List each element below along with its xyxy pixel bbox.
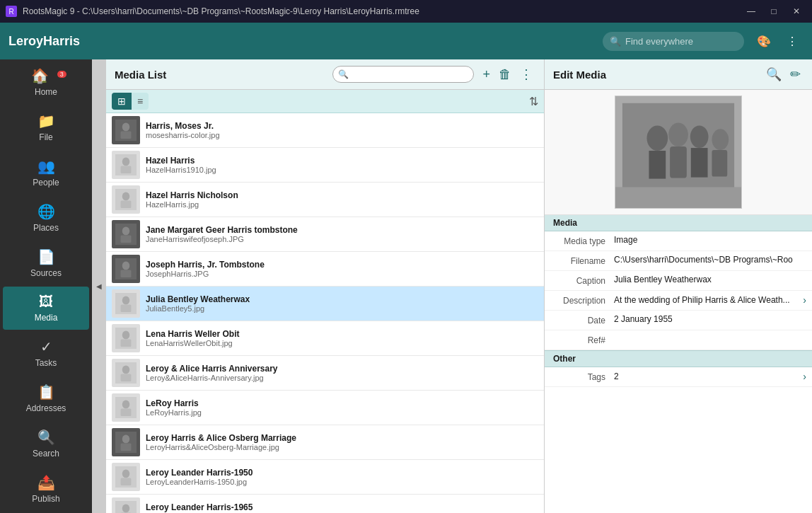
date-row: Date 2 January 1955 — [545, 311, 812, 330]
sort-button[interactable]: ⇅ — [529, 95, 538, 108]
caption-value: Julia Bentley Weatherwax — [614, 275, 806, 284]
media-item-file: LeroyHarris&AliceOsberg-Marriage.jpg — [146, 443, 538, 451]
media-info: Jane Margaret Geer Harris tombstoneJaneH… — [146, 225, 538, 243]
sidebar-item-file[interactable]: 📁 File — [3, 105, 89, 149]
media-thumb — [112, 359, 140, 387]
media-thumb — [112, 289, 140, 318]
svg-rect-2 — [121, 132, 132, 139]
sidebar-item-search[interactable]: 🔍 Search — [3, 422, 89, 466]
tags-chevron-icon[interactable]: › — [803, 371, 806, 382]
delete-media-button[interactable]: 🗑 — [496, 66, 514, 83]
media-info: Harris, Moses Jr.mosesharris-color.jpg — [146, 121, 538, 139]
close-button[interactable]: ✕ — [787, 4, 806, 18]
svg-rect-5 — [121, 166, 132, 174]
description-chevron-icon[interactable]: › — [803, 294, 806, 306]
media-list-item[interactable]: LeRoy HarrisLeRoyHarris.jpg — [106, 391, 544, 425]
tags-value-row: 2 › — [614, 371, 806, 382]
publish-icon: 📤 — [37, 474, 55, 491]
maximize-button[interactable]: □ — [764, 4, 784, 18]
top-bar: LeroyHarris 🔍 🎨 ⋮ — [0, 23, 812, 59]
date-label: Date — [550, 314, 614, 325]
sidebar-item-sources[interactable]: 📄 Sources — [3, 241, 89, 285]
media-thumb — [112, 185, 140, 214]
media-search-input[interactable] — [332, 66, 474, 83]
description-row: Description At the wedding of Philip Har… — [545, 291, 812, 311]
media-item-file: LenaHarrisWellerObit.jpg — [146, 339, 538, 347]
edit-media-title: Edit Media — [553, 69, 763, 81]
media-info: Leroy Leander Harris-1965LeroyLeanderHar… — [146, 502, 538, 513]
minimize-button[interactable]: — — [741, 4, 761, 18]
svg-point-31 — [122, 470, 130, 478]
global-search-input[interactable] — [603, 32, 744, 51]
filename-value: C:\Users\harri\Documents\~DB Programs\~R… — [614, 255, 806, 265]
media-item-file: Leroy&AliceHarris-Anniversary.jpg — [146, 374, 538, 382]
media-type-value: Image — [614, 235, 806, 245]
description-label: Description — [550, 294, 614, 306]
media-item-name: Julia Bentley Weatherwax — [146, 294, 538, 304]
media-search-icon: 🔍 — [338, 69, 349, 79]
tags-label: Tags — [550, 371, 614, 382]
sidebar-item-places[interactable]: 🌐 Places — [3, 196, 89, 240]
grid-view-button[interactable]: ⊞ — [112, 93, 132, 110]
add-media-button[interactable]: + — [480, 66, 493, 83]
sidebar-media-label: Media — [35, 313, 58, 323]
media-list-item[interactable]: Hazel HarrisHazelHarris1910.jpg — [106, 148, 544, 183]
sidebar-item-addresses[interactable]: 📋 Addresses — [3, 376, 89, 420]
svg-rect-20 — [121, 340, 132, 347]
media-info: Hazel HarrisHazelHarris1910.jpg — [146, 156, 538, 174]
app-title: LeroyHarris — [8, 34, 594, 49]
sidebar-item-home[interactable]: 🏠 3 Home — [3, 60, 89, 104]
svg-point-34 — [122, 505, 130, 513]
media-list: Harris, Moses Jr.mosesharris-color.jpg H… — [106, 113, 544, 513]
menu-button[interactable]: ⋮ — [781, 30, 804, 52]
media-list-item[interactable]: Leroy & Alice Harris AnniversaryLeroy&Al… — [106, 356, 544, 391]
media-list-item[interactable]: Leroy Leander Harris-1950LeroyLeanderHar… — [106, 460, 544, 495]
media-item-file: mosesharris-color.jpg — [146, 131, 538, 139]
media-thumb — [112, 463, 140, 491]
media-item-file: JuliaBentley5.jpg — [146, 304, 538, 313]
edit-media-header: Edit Media 🔍 ✏ — [545, 59, 812, 90]
more-media-button[interactable]: ⋮ — [517, 65, 535, 83]
sidebar-item-people[interactable]: 👥 People — [3, 151, 89, 195]
refnum-row: Ref# — [545, 330, 812, 350]
svg-point-4 — [122, 158, 130, 166]
media-thumb — [112, 220, 140, 248]
tasks-icon: ✓ — [40, 338, 52, 355]
media-item-file: HazelHarris1910.jpg — [146, 166, 538, 174]
media-list-item[interactable]: Lena Harris Weller ObitLenaHarrisWellerO… — [106, 321, 544, 356]
media-thumb — [112, 428, 140, 456]
media-thumb — [112, 116, 140, 144]
collapse-sidebar-button[interactable]: ◀ — [92, 59, 106, 513]
sidebar: 🏠 3 Home 📁 File 👥 People 🌐 Places 📄 Sour… — [0, 59, 92, 513]
media-list-item[interactable]: Harris, Moses Jr.mosesharris-color.jpg — [106, 113, 544, 148]
media-list-item[interactable]: Julia Bentley WeatherwaxJuliaBentley5.jp… — [106, 287, 544, 321]
svg-rect-32 — [121, 478, 132, 486]
theme-button[interactable]: 🎨 — [753, 30, 775, 52]
media-list-item[interactable]: Joseph Harris, Jr. TombstoneJosephHarris… — [106, 252, 544, 287]
media-item-name: Joseph Harris, Jr. Tombstone — [146, 260, 538, 270]
sidebar-addresses-label: Addresses — [26, 403, 66, 413]
sidebar-item-publish[interactable]: 📤 Publish — [3, 467, 89, 511]
media-list-item[interactable]: Hazel Harris NicholsonHazelHarris.jpg — [106, 183, 544, 217]
media-list-item[interactable]: Leroy Leander Harris-1965LeroyLeanderHar… — [106, 495, 544, 513]
sidebar-item-tasks[interactable]: ✓ Tasks — [3, 331, 89, 375]
media-item-name: Leroy Leander Harris-1965 — [146, 502, 538, 512]
list-view-button[interactable]: ≡ — [132, 93, 149, 110]
sidebar-file-label: File — [39, 132, 52, 142]
properties-section: Media Media type Image Filename C:\Users… — [545, 215, 812, 513]
media-list-item[interactable]: Leroy Harris & Alice Osberg MarriageLero… — [106, 425, 544, 460]
description-value-row: At the wedding of Philip Harris & Alice … — [614, 294, 806, 306]
media-list-item[interactable]: Jane Margaret Geer Harris tombstoneJaneH… — [106, 217, 544, 252]
svg-rect-45 — [649, 151, 666, 179]
media-thumb — [112, 255, 140, 283]
svg-point-13 — [122, 262, 130, 270]
people-icon: 👥 — [37, 158, 55, 175]
app-icon: R — [6, 6, 17, 17]
sidebar-sources-label: Sources — [30, 268, 62, 278]
svg-point-48 — [690, 125, 709, 148]
edit-search-button[interactable]: 🔍 — [763, 65, 784, 83]
media-list-panel: Media List 🔍 + 🗑 ⋮ ⊞ ≡ ⇅ — [106, 59, 545, 513]
sidebar-item-media[interactable]: 🖼 Media — [3, 287, 89, 330]
edit-pencil-button[interactable]: ✏ — [787, 65, 804, 83]
media-info: Leroy Leander Harris-1950LeroyLeanderHar… — [146, 468, 538, 486]
